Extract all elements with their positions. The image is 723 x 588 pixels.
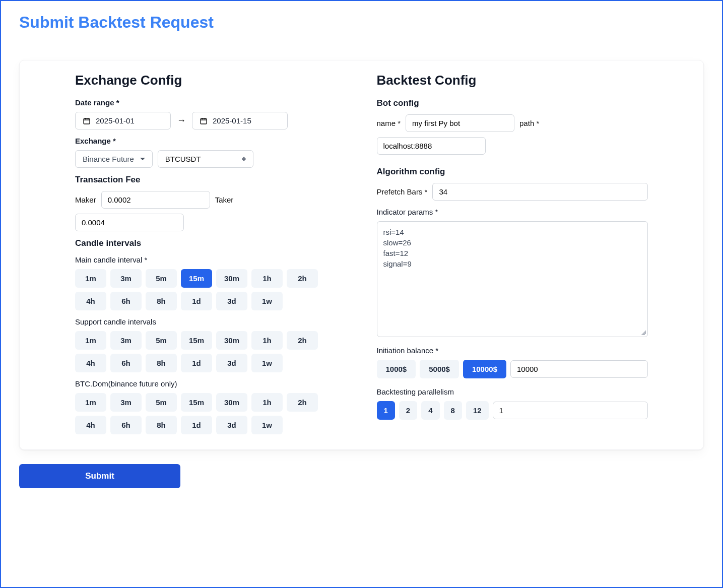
interval-chip-3m[interactable]: 3m: [110, 331, 142, 350]
balance-chip-10000$[interactable]: 10000$: [463, 360, 506, 378]
interval-chip-6h[interactable]: 6h: [110, 416, 142, 434]
arrow-right-icon: →: [176, 115, 187, 126]
transaction-fee-heading: Transaction Fee: [75, 175, 347, 185]
interval-chip-30m[interactable]: 30m: [216, 393, 247, 412]
interval-chip-3d[interactable]: 3d: [216, 354, 247, 372]
exchange-config-column: Exchange Config Date range * 2025-01-01 …: [75, 73, 347, 434]
parallelism-label: Backtesting parallelism: [377, 387, 648, 396]
exchange-select[interactable]: Binance Future: [75, 150, 153, 168]
bot-name-label: name *: [377, 119, 401, 127]
btcdom-interval-label: BTC.Dom(binance future only): [75, 379, 347, 388]
interval-chip-1d[interactable]: 1d: [181, 416, 212, 434]
calendar-icon: [200, 117, 208, 125]
candle-intervals-heading: Candle intervals: [75, 238, 347, 248]
interval-chip-15m[interactable]: 15m: [181, 393, 212, 412]
interval-chip-5m[interactable]: 5m: [146, 393, 177, 412]
taker-input[interactable]: [75, 214, 184, 231]
symbol-select[interactable]: BTCUSDT: [158, 150, 253, 168]
indicator-params-textarea[interactable]: rsi=14 slow=26 fast=12 signal=9: [377, 221, 648, 337]
taker-label: Taker: [215, 195, 234, 204]
interval-chip-1h[interactable]: 1h: [251, 393, 283, 412]
initiation-balance-label: Initiation balance *: [377, 346, 648, 355]
bot-path-label: path *: [519, 119, 539, 127]
prefetch-input[interactable]: [432, 183, 648, 201]
date-start-input[interactable]: 2025-01-01: [75, 112, 171, 129]
interval-chip-30m[interactable]: 30m: [216, 331, 247, 350]
parallel-chip-2[interactable]: 2: [399, 401, 417, 420]
btcdom-interval-grid: 1m3m5m15m30m1h2h4h6h8h1d3d1w: [75, 393, 347, 434]
bot-name-input[interactable]: [406, 114, 514, 132]
exchange-config-title: Exchange Config: [75, 73, 347, 88]
backtest-config-column: Backtest Config Bot config name * path *…: [377, 73, 648, 434]
interval-chip-1d[interactable]: 1d: [181, 292, 212, 310]
interval-chip-30m[interactable]: 30m: [216, 269, 247, 288]
svg-rect-1: [201, 118, 207, 124]
page-title: Submit Backtest Request: [19, 13, 704, 32]
interval-chip-4h[interactable]: 4h: [75, 416, 106, 434]
interval-chip-8h[interactable]: 8h: [146, 416, 177, 434]
calendar-icon: [83, 117, 91, 125]
support-interval-grid: 1m3m5m15m30m1h2h4h6h8h1d3d1w: [75, 331, 347, 372]
symbol-select-value: BTCUSDT: [165, 155, 201, 163]
parallelism-input[interactable]: [493, 402, 648, 419]
interval-chip-4h[interactable]: 4h: [75, 354, 106, 372]
date-start-value: 2025-01-01: [96, 116, 135, 125]
interval-chip-2h[interactable]: 2h: [287, 331, 318, 350]
main-interval-label: Main candle interval *: [75, 255, 347, 264]
svg-rect-0: [84, 118, 90, 124]
interval-chip-3m[interactable]: 3m: [110, 393, 142, 412]
prefetch-label: Prefetch Bars *: [377, 187, 428, 196]
interval-chip-15m[interactable]: 15m: [181, 331, 212, 350]
initiation-balance-row: 1000$5000$10000$: [377, 360, 648, 378]
interval-chip-8h[interactable]: 8h: [146, 292, 177, 310]
interval-chip-1m[interactable]: 1m: [75, 269, 106, 288]
interval-chip-5m[interactable]: 5m: [146, 331, 177, 350]
main-interval-grid: 1m3m5m15m30m1h2h4h6h8h1d3d1w: [75, 269, 347, 310]
interval-chip-1h[interactable]: 1h: [251, 269, 283, 288]
interval-chip-8h[interactable]: 8h: [146, 354, 177, 372]
bot-config-heading: Bot config: [377, 98, 648, 108]
indicator-params-label: Indicator params *: [377, 208, 648, 216]
interval-chip-1m[interactable]: 1m: [75, 331, 106, 350]
date-range-label: Date range *: [75, 98, 347, 107]
exchange-select-value: Binance Future: [83, 155, 134, 163]
interval-chip-15m[interactable]: 15m: [181, 269, 212, 288]
interval-chip-6h[interactable]: 6h: [110, 354, 142, 372]
parallel-chip-8[interactable]: 8: [444, 401, 462, 420]
backtest-config-title: Backtest Config: [377, 73, 648, 88]
interval-chip-5m[interactable]: 5m: [146, 269, 177, 288]
interval-chip-1w[interactable]: 1w: [251, 416, 283, 434]
config-card: Exchange Config Date range * 2025-01-01 …: [19, 60, 704, 450]
chevron-down-icon: [140, 158, 145, 160]
parallel-chip-12[interactable]: 12: [466, 401, 489, 420]
parallel-chip-1[interactable]: 1: [377, 401, 395, 420]
support-interval-label: Support candle intervals: [75, 317, 347, 326]
interval-chip-6h[interactable]: 6h: [110, 292, 142, 310]
interval-chip-1w[interactable]: 1w: [251, 292, 283, 310]
maker-input[interactable]: [101, 191, 210, 209]
interval-chip-1w[interactable]: 1w: [251, 354, 283, 372]
interval-chip-2h[interactable]: 2h: [287, 269, 318, 288]
updown-icon: [242, 157, 246, 161]
date-end-value: 2025-01-15: [213, 116, 251, 125]
algorithm-config-heading: Algorithm config: [377, 167, 648, 177]
balance-chip-1000$[interactable]: 1000$: [377, 360, 416, 378]
date-end-input[interactable]: 2025-01-15: [192, 112, 288, 129]
interval-chip-2h[interactable]: 2h: [287, 393, 318, 412]
parallelism-row: 124812: [377, 401, 648, 420]
interval-chip-1d[interactable]: 1d: [181, 354, 212, 372]
bot-path-input[interactable]: [377, 137, 486, 155]
balance-input[interactable]: [510, 360, 648, 378]
interval-chip-3m[interactable]: 3m: [110, 269, 142, 288]
interval-chip-1m[interactable]: 1m: [75, 393, 106, 412]
submit-button[interactable]: Submit: [19, 464, 180, 488]
interval-chip-3d[interactable]: 3d: [216, 416, 247, 434]
parallel-chip-4[interactable]: 4: [421, 401, 439, 420]
balance-chip-5000$[interactable]: 5000$: [420, 360, 459, 378]
exchange-label: Exchange *: [75, 137, 347, 145]
interval-chip-3d[interactable]: 3d: [216, 292, 247, 310]
interval-chip-4h[interactable]: 4h: [75, 292, 106, 310]
maker-label: Maker: [75, 195, 96, 204]
interval-chip-1h[interactable]: 1h: [251, 331, 283, 350]
